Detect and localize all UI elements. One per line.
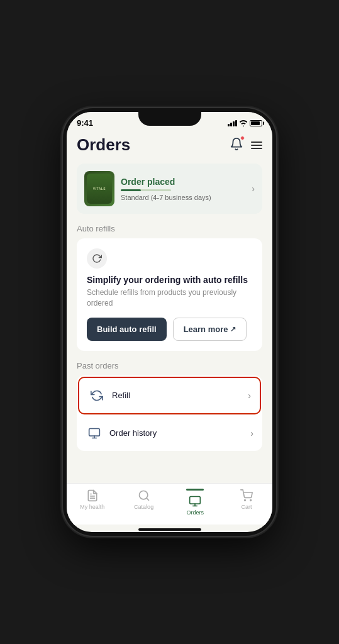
nav-item-cart[interactable]: Cart xyxy=(221,489,272,516)
orders-label: Orders xyxy=(187,509,204,516)
notification-badge xyxy=(240,136,245,140)
order-history-arrow-icon: › xyxy=(250,428,253,438)
battery-fill xyxy=(251,121,260,125)
refill-icon xyxy=(88,387,106,404)
auto-refill-title: Simplify your ordering with auto refills xyxy=(87,275,252,285)
external-link-icon: ↗ xyxy=(230,325,236,333)
notifications-button[interactable] xyxy=(230,137,243,153)
refresh-icon xyxy=(92,253,102,264)
orders-icon xyxy=(188,494,202,508)
battery-icon xyxy=(250,120,262,126)
progress-fill xyxy=(121,189,141,191)
past-orders-section-label: Past orders xyxy=(77,361,262,370)
status-icons xyxy=(228,120,262,126)
svg-rect-7 xyxy=(190,497,201,504)
my-health-icon xyxy=(86,489,99,502)
screen-content: Orders VITALS xyxy=(67,130,272,483)
order-history-label: Order history xyxy=(109,428,244,438)
phone-screen: 9:41 Orders xyxy=(67,112,272,532)
notch xyxy=(138,112,201,126)
learn-more-button[interactable]: Learn more ↗ xyxy=(173,318,247,341)
home-bar xyxy=(138,528,201,531)
cart-icon xyxy=(240,489,253,502)
product-label: VITALS xyxy=(93,187,106,191)
status-time: 9:41 xyxy=(77,118,93,128)
catalog-label: Catalog xyxy=(134,504,153,510)
cart-label: Cart xyxy=(242,504,252,510)
svg-rect-0 xyxy=(89,428,100,436)
page-header: Orders xyxy=(77,135,262,155)
signal-icon xyxy=(228,120,237,126)
refill-label: Refill xyxy=(112,391,242,400)
svg-point-10 xyxy=(245,500,246,501)
nav-item-catalog[interactable]: Catalog xyxy=(118,489,170,516)
refill-item[interactable]: Refill › xyxy=(78,377,261,414)
past-orders-card: Refill › Order history › xyxy=(77,375,262,451)
order-info: Order placed Standard (4-7 business days… xyxy=(121,177,245,201)
phone-frame: 9:41 Orders xyxy=(63,108,276,536)
menu-button[interactable] xyxy=(251,142,262,149)
svg-point-11 xyxy=(250,500,252,501)
refresh-icon-wrap xyxy=(87,248,107,269)
page-title: Orders xyxy=(77,135,130,155)
build-auto-refill-button[interactable]: Build auto refill xyxy=(87,318,167,341)
order-history-icon xyxy=(86,425,103,442)
auto-refills-section-label: Auto refills xyxy=(77,224,262,233)
refill-arrow-icon: › xyxy=(248,391,251,401)
catalog-icon xyxy=(137,489,151,502)
order-status: Order placed xyxy=(121,177,245,187)
svg-line-6 xyxy=(147,498,149,501)
my-health-label: My health xyxy=(80,504,104,510)
auto-refill-desc: Schedule refills from products you previ… xyxy=(87,287,252,309)
bottom-nav: My health Catalog xyxy=(67,483,272,525)
header-icons xyxy=(230,137,262,153)
status-bar: 9:41 xyxy=(67,112,272,130)
product-image: VITALS xyxy=(84,171,114,206)
order-arrow-icon: › xyxy=(252,184,255,194)
nav-item-orders[interactable]: Orders xyxy=(170,489,221,516)
wifi-icon xyxy=(240,120,247,126)
progress-bar xyxy=(121,189,171,191)
nav-item-my-health[interactable]: My health xyxy=(67,489,118,516)
order-history-item[interactable]: Order history › xyxy=(77,416,262,451)
orders-indicator xyxy=(186,489,204,493)
order-card[interactable]: VITALS Order placed Standard (4-7 busine… xyxy=(77,164,262,214)
auto-refill-card: Simplify your ordering with auto refills… xyxy=(77,238,262,351)
active-indicator xyxy=(186,489,204,491)
auto-refill-buttons: Build auto refill Learn more ↗ xyxy=(87,318,252,341)
order-shipping: Standard (4-7 business days) xyxy=(121,194,245,201)
